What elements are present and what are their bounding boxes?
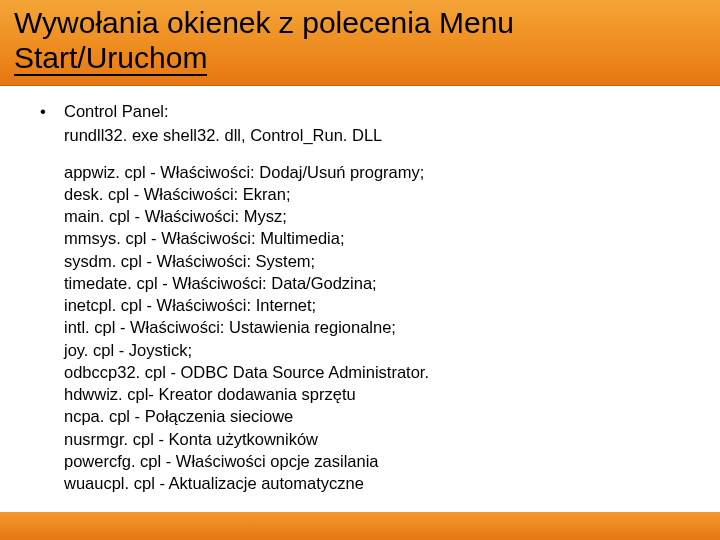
slide-content: • Control Panel: rundll32. exe shell32. … — [0, 86, 720, 505]
list-item: ncpa. cpl - Połączenia sieciowe — [64, 405, 710, 427]
bullet-row: • Control Panel: — [40, 100, 710, 122]
slide-header: Wywołania okienek z polecenia Menu Start… — [0, 0, 720, 86]
list-item: inetcpl. cpl - Właściwości: Internet; — [64, 294, 710, 316]
list-item: timedate. cpl - Właściwości: Data/Godzin… — [64, 272, 710, 294]
list-item: odbccp32. cpl - ODBC Data Source Adminis… — [64, 361, 710, 383]
list-item: main. cpl - Właściwości: Mysz; — [64, 205, 710, 227]
slide-title: Wywołania okienek z polecenia Menu Start… — [14, 6, 706, 75]
slide-footer-bar — [0, 512, 720, 540]
list-item: powercfg. cpl - Właściwości opcje zasila… — [64, 450, 710, 472]
list-item: intl. cpl - Właściwości: Ustawienia regi… — [64, 316, 710, 338]
list-item: mmsys. cpl - Właściwości: Multimedia; — [64, 227, 710, 249]
list-item: hdwwiz. cpl- Kreator dodawania sprzętu — [64, 383, 710, 405]
cpl-list: appwiz. cpl - Właściwości: Dodaj/Usuń pr… — [40, 161, 710, 495]
bullet-spacer — [40, 124, 64, 146]
list-item: wuaucpl. cpl - Aktualizacje automatyczne — [64, 472, 710, 494]
title-line-1: Wywołania okienek z polecenia Menu — [14, 6, 514, 39]
title-line-2: Start/Uruchom — [14, 41, 207, 76]
intro-block: • Control Panel: rundll32. exe shell32. … — [40, 100, 710, 147]
intro-line-2: rundll32. exe shell32. dll, Control_Run.… — [64, 124, 382, 146]
list-item: sysdm. cpl - Właściwości: System; — [64, 250, 710, 272]
intro-continuation: rundll32. exe shell32. dll, Control_Run.… — [40, 124, 710, 146]
intro-line-1: Control Panel: — [64, 100, 169, 122]
list-item: desk. cpl - Właściwości: Ekran; — [64, 183, 710, 205]
bullet-dot: • — [40, 100, 64, 122]
list-item: joy. cpl - Joystick; — [64, 339, 710, 361]
list-item: appwiz. cpl - Właściwości: Dodaj/Usuń pr… — [64, 161, 710, 183]
list-item: nusrmgr. cpl - Konta użytkowników — [64, 428, 710, 450]
